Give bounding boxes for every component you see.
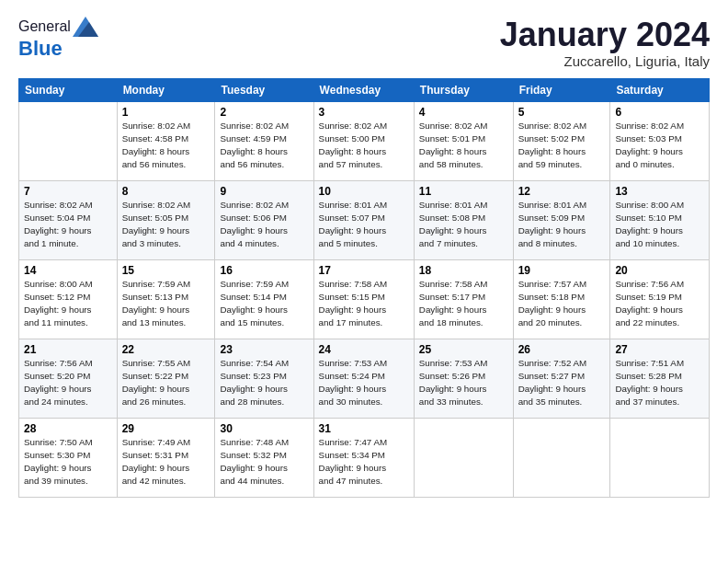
logo-icon — [73, 17, 98, 37]
day-number: 1 — [122, 106, 210, 119]
day-number: 29 — [122, 422, 210, 435]
table-row: 9Sunrise: 8:02 AMSunset: 5:06 PMDaylight… — [215, 180, 313, 259]
table-row: 10Sunrise: 8:01 AMSunset: 5:07 PMDayligh… — [313, 180, 414, 259]
day-info: Sunrise: 8:02 AMSunset: 4:58 PMDaylight:… — [122, 120, 210, 172]
day-number: 18 — [419, 264, 508, 277]
page-header: General Blue January 2024 Zuccarello, Li… — [18, 17, 710, 69]
day-number: 17 — [319, 264, 409, 277]
day-info: Sunrise: 8:01 AMSunset: 5:09 PMDaylight:… — [518, 199, 606, 251]
location: Zuccarello, Liguria, Italy — [500, 53, 710, 69]
day-number: 23 — [220, 343, 308, 356]
header-sunday: Sunday — [19, 78, 118, 101]
day-number: 13 — [615, 185, 704, 198]
day-info: Sunrise: 7:54 AMSunset: 5:23 PMDaylight:… — [220, 357, 308, 409]
table-row: 5Sunrise: 8:02 AMSunset: 5:02 PMDaylight… — [513, 101, 610, 180]
day-number: 19 — [518, 264, 606, 277]
table-row: 13Sunrise: 8:00 AMSunset: 5:10 PMDayligh… — [610, 180, 710, 259]
day-number: 15 — [122, 264, 210, 277]
header-tuesday: Tuesday — [215, 78, 313, 101]
day-info: Sunrise: 7:57 AMSunset: 5:18 PMDaylight:… — [518, 278, 606, 330]
day-info: Sunrise: 7:56 AMSunset: 5:20 PMDaylight:… — [24, 357, 112, 409]
day-info: Sunrise: 7:49 AMSunset: 5:31 PMDaylight:… — [122, 436, 210, 488]
day-number: 24 — [319, 343, 409, 356]
day-number: 14 — [24, 264, 112, 277]
day-info: Sunrise: 7:58 AMSunset: 5:17 PMDaylight:… — [419, 278, 508, 330]
day-info: Sunrise: 7:50 AMSunset: 5:30 PMDaylight:… — [24, 436, 112, 488]
header-friday: Friday — [513, 78, 610, 101]
table-row: 3Sunrise: 8:02 AMSunset: 5:00 PMDaylight… — [313, 101, 414, 180]
day-number: 11 — [419, 185, 508, 198]
day-number: 8 — [122, 185, 210, 198]
day-info: Sunrise: 8:02 AMSunset: 5:04 PMDaylight:… — [24, 199, 112, 251]
table-row: 24Sunrise: 7:53 AMSunset: 5:24 PMDayligh… — [313, 339, 414, 418]
table-row: 14Sunrise: 8:00 AMSunset: 5:12 PMDayligh… — [19, 259, 118, 339]
table-row: 18Sunrise: 7:58 AMSunset: 5:17 PMDayligh… — [414, 259, 513, 339]
day-number: 2 — [220, 106, 308, 119]
day-header-row: Sunday Monday Tuesday Wednesday Thursday… — [19, 78, 710, 101]
table-row: 19Sunrise: 7:57 AMSunset: 5:18 PMDayligh… — [513, 259, 610, 339]
day-info: Sunrise: 7:53 AMSunset: 5:24 PMDaylight:… — [319, 357, 409, 409]
day-info: Sunrise: 8:01 AMSunset: 5:08 PMDaylight:… — [419, 199, 508, 251]
day-info: Sunrise: 7:55 AMSunset: 5:22 PMDaylight:… — [122, 357, 210, 409]
table-row: 25Sunrise: 7:53 AMSunset: 5:26 PMDayligh… — [414, 339, 513, 418]
day-info: Sunrise: 7:47 AMSunset: 5:34 PMDaylight:… — [319, 436, 409, 488]
day-number: 26 — [518, 343, 606, 356]
title-block: January 2024 Zuccarello, Liguria, Italy — [500, 17, 710, 69]
day-number: 16 — [220, 264, 308, 277]
month-title: January 2024 — [500, 17, 710, 53]
day-number: 22 — [122, 343, 210, 356]
table-row: 17Sunrise: 7:58 AMSunset: 5:15 PMDayligh… — [313, 259, 414, 339]
table-row: 22Sunrise: 7:55 AMSunset: 5:22 PMDayligh… — [117, 339, 215, 418]
table-row: 12Sunrise: 8:01 AMSunset: 5:09 PMDayligh… — [513, 180, 610, 259]
day-number: 25 — [419, 343, 508, 356]
table-row: 2Sunrise: 8:02 AMSunset: 4:59 PMDaylight… — [215, 101, 313, 180]
day-number: 30 — [220, 422, 308, 435]
table-row: 23Sunrise: 7:54 AMSunset: 5:23 PMDayligh… — [215, 339, 313, 418]
header-saturday: Saturday — [610, 78, 710, 101]
table-row: 11Sunrise: 8:01 AMSunset: 5:08 PMDayligh… — [414, 180, 513, 259]
logo-general: General — [18, 18, 71, 35]
table-row: 28Sunrise: 7:50 AMSunset: 5:30 PMDayligh… — [19, 418, 118, 497]
day-number: 27 — [615, 343, 704, 356]
day-info: Sunrise: 8:02 AMSunset: 4:59 PMDaylight:… — [220, 120, 308, 172]
table-row: 27Sunrise: 7:51 AMSunset: 5:28 PMDayligh… — [610, 339, 710, 418]
day-info: Sunrise: 7:53 AMSunset: 5:26 PMDaylight:… — [419, 357, 508, 409]
header-wednesday: Wednesday — [313, 78, 414, 101]
day-number: 7 — [24, 185, 112, 198]
day-info: Sunrise: 7:52 AMSunset: 5:27 PMDaylight:… — [518, 357, 606, 409]
calendar-week-row: 1Sunrise: 8:02 AMSunset: 4:58 PMDaylight… — [19, 101, 710, 180]
logo-blue: Blue — [18, 37, 63, 60]
day-info: Sunrise: 8:02 AMSunset: 5:06 PMDaylight:… — [220, 199, 308, 251]
table-row: 31Sunrise: 7:47 AMSunset: 5:34 PMDayligh… — [313, 418, 414, 497]
table-row — [513, 418, 610, 497]
day-info: Sunrise: 8:02 AMSunset: 5:01 PMDaylight:… — [419, 120, 508, 172]
day-number: 5 — [518, 106, 606, 119]
header-monday: Monday — [117, 78, 215, 101]
day-number: 9 — [220, 185, 308, 198]
day-number: 21 — [24, 343, 112, 356]
calendar-week-row: 28Sunrise: 7:50 AMSunset: 5:30 PMDayligh… — [19, 418, 710, 497]
day-info: Sunrise: 8:00 AMSunset: 5:10 PMDaylight:… — [615, 199, 704, 251]
day-number: 20 — [615, 264, 704, 277]
day-info: Sunrise: 7:59 AMSunset: 5:13 PMDaylight:… — [122, 278, 210, 330]
table-row: 6Sunrise: 8:02 AMSunset: 5:03 PMDaylight… — [610, 101, 710, 180]
table-row: 26Sunrise: 7:52 AMSunset: 5:27 PMDayligh… — [513, 339, 610, 418]
calendar-week-row: 21Sunrise: 7:56 AMSunset: 5:20 PMDayligh… — [19, 339, 710, 418]
day-number: 31 — [319, 422, 409, 435]
table-row: 4Sunrise: 8:02 AMSunset: 5:01 PMDaylight… — [414, 101, 513, 180]
table-row: 15Sunrise: 7:59 AMSunset: 5:13 PMDayligh… — [117, 259, 215, 339]
day-info: Sunrise: 7:48 AMSunset: 5:32 PMDaylight:… — [220, 436, 308, 488]
table-row — [610, 418, 710, 497]
day-info: Sunrise: 8:01 AMSunset: 5:07 PMDaylight:… — [319, 199, 409, 251]
table-row — [19, 101, 118, 180]
day-number: 12 — [518, 185, 606, 198]
day-info: Sunrise: 8:02 AMSunset: 5:05 PMDaylight:… — [122, 199, 210, 251]
table-row — [414, 418, 513, 497]
table-row: 21Sunrise: 7:56 AMSunset: 5:20 PMDayligh… — [19, 339, 118, 418]
day-info: Sunrise: 7:56 AMSunset: 5:19 PMDaylight:… — [615, 278, 704, 330]
day-info: Sunrise: 8:02 AMSunset: 5:00 PMDaylight:… — [319, 120, 409, 172]
day-info: Sunrise: 8:00 AMSunset: 5:12 PMDaylight:… — [24, 278, 112, 330]
day-number: 6 — [615, 106, 704, 119]
table-row: 16Sunrise: 7:59 AMSunset: 5:14 PMDayligh… — [215, 259, 313, 339]
table-row: 7Sunrise: 8:02 AMSunset: 5:04 PMDaylight… — [19, 180, 118, 259]
